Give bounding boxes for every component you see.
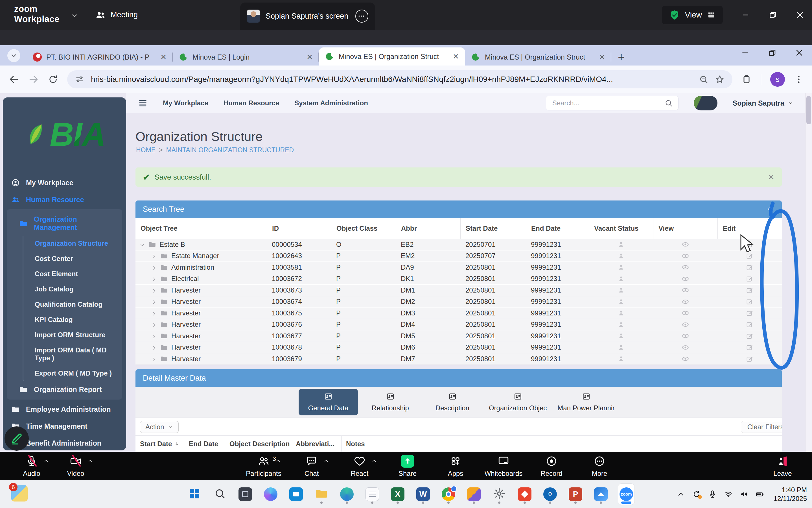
bookmark-star-icon[interactable] [715, 75, 724, 84]
taskbar-icon-dev-tools[interactable] [466, 484, 482, 505]
taskbar-icon-file-explorer[interactable] [313, 484, 330, 505]
taskbar-icon-outlook[interactable]: O [542, 484, 558, 505]
forward-button[interactable] [28, 74, 39, 85]
tab-close-icon[interactable]: ✕ [599, 53, 605, 61]
sidebar-item-qualification-catalog[interactable]: Qualification Catalog [24, 297, 122, 312]
column-header-object-class[interactable]: Object Class [331, 218, 396, 239]
toolbar-record-button[interactable]: Record [530, 452, 574, 480]
zoom-minimize-button[interactable] [741, 11, 750, 19]
tree-toggle[interactable] [151, 276, 157, 282]
browser-close-button[interactable] [795, 49, 804, 58]
tab-close-icon[interactable]: ✕ [453, 52, 459, 61]
browser-tab[interactable]: Minova ES | Login✕ [173, 49, 319, 66]
tree-toggle[interactable] [151, 265, 157, 270]
toolbar-audio-button[interactable]: Audio [10, 452, 54, 480]
workspace-chevron-icon[interactable] [71, 12, 79, 21]
taskbar-icon-excel[interactable]: X [390, 484, 406, 505]
share-tab-more-icon[interactable] [355, 10, 368, 23]
object-tree-cell[interactable]: Harvester [135, 298, 267, 305]
sidebar-item-cost-center[interactable]: Cost Center [24, 251, 122, 266]
view-button[interactable] [682, 344, 689, 351]
object-tree-cell[interactable]: Estate Manager [135, 252, 267, 260]
view-button[interactable] [682, 263, 689, 271]
tree-row-harvester-10003676[interactable]: Harvester10003676PDM42025080199991231 [135, 319, 782, 330]
object-tree-cell[interactable]: Harvester [135, 309, 267, 317]
detail-tab-general-data[interactable]: General Data [299, 389, 358, 415]
taskbar-icon-notepad[interactable] [364, 484, 380, 505]
detail-tab-organization-objec[interactable]: Organization Objec [485, 389, 551, 415]
sidebar-item-employee-administration[interactable]: Employee Administration [3, 401, 126, 418]
volume-icon[interactable] [740, 490, 748, 498]
taskbar-icon-start[interactable] [186, 484, 202, 505]
view-button[interactable] [682, 309, 689, 317]
mic-in-use-icon[interactable] [708, 490, 717, 498]
tray-chevron-icon[interactable] [677, 490, 685, 498]
detail-column-end-date[interactable]: End Date [184, 436, 225, 452]
tree-toggle[interactable] [151, 344, 157, 350]
tree-row-harvester-10003673[interactable]: Harvester10003673PDM12025080199991231 [135, 284, 782, 296]
view-button[interactable] [682, 355, 689, 363]
toolbar-video-button[interactable]: Video [54, 452, 98, 480]
back-button[interactable] [8, 74, 19, 85]
view-button[interactable] [682, 252, 689, 260]
view-button[interactable] [682, 275, 689, 283]
new-tab-button[interactable]: + [611, 49, 631, 66]
view-button[interactable] [682, 241, 689, 248]
sidebar-item-kpi-catalog[interactable]: KPI Catalog [24, 312, 122, 327]
taskbar-icon-copilot[interactable] [263, 484, 279, 505]
collapse-panel-icon[interactable] [766, 204, 774, 215]
toolbar-more-button[interactable]: More [578, 452, 622, 480]
column-header-id[interactable]: ID [267, 218, 331, 239]
edit-button[interactable] [746, 332, 753, 340]
tree-toggle[interactable] [151, 356, 157, 362]
sidebar-item-my-workplace[interactable]: My Workplace [3, 174, 126, 191]
toolbar-participants-button[interactable]: 3Participants [241, 452, 286, 480]
taskbar-icon-app-red[interactable] [516, 484, 533, 505]
taskbar-icon-powerpoint[interactable]: P [567, 484, 584, 505]
view-button[interactable] [682, 298, 689, 305]
tab-meeting[interactable]: Meeting [95, 0, 138, 30]
widgets-button[interactable]: 6 [11, 485, 28, 502]
tree-toggle[interactable] [151, 322, 157, 327]
column-header-end-date[interactable]: End Date [526, 218, 589, 239]
tab-screen-share[interactable]: Sopian Saputra's screen [240, 3, 375, 30]
nav-item-human-resource[interactable]: Human Resource [224, 99, 279, 107]
tree-row-electrical-10003672[interactable]: Electrical10003672PDK12025080199991231 [135, 273, 782, 285]
edit-button[interactable] [746, 344, 753, 351]
edit-button[interactable] [746, 309, 753, 317]
tree-row-harvester-10003674[interactable]: Harvester10003674PDM22025080199991231 [135, 296, 782, 307]
taskbar-icon-edge[interactable] [339, 484, 355, 505]
detail-tab-relationship[interactable]: Relationship [361, 389, 420, 415]
clear-filters-button[interactable]: Clear Filters [741, 421, 782, 433]
breadcrumb-current-link[interactable]: MAINTAIN ORGANIZATION STRUCTURED [166, 146, 294, 154]
taskbar-icon-word[interactable]: W [415, 484, 431, 505]
edit-button[interactable] [746, 287, 753, 294]
sidebar-item-organization-report[interactable]: Organization Report [7, 381, 122, 398]
taskbar-icon-photos[interactable] [593, 484, 609, 505]
browser-tab[interactable]: PT. BIO INTI AGRINDO (BIA) - P✕ [27, 49, 173, 66]
tree-toggle[interactable] [151, 253, 157, 259]
taskbar-icon-chrome[interactable] [440, 484, 457, 505]
zoom-restore-button[interactable] [769, 11, 777, 19]
edit-button[interactable] [746, 355, 753, 363]
view-button[interactable] [682, 321, 689, 328]
tab-search-chevron-icon[interactable] [7, 49, 20, 62]
browser-minimize-button[interactable] [741, 49, 749, 58]
search-icon[interactable] [665, 99, 673, 107]
taskbar-icon-store[interactable] [288, 484, 304, 505]
sidebar-item-export-orm-md-type[interactable]: Export ORM ( MD Type ) [24, 366, 122, 381]
object-tree-cell[interactable]: Estate B [135, 241, 267, 249]
browser-tab[interactable]: Minova ES | Organization Struct✕ [319, 47, 465, 66]
search-input[interactable] [552, 99, 661, 107]
object-tree-cell[interactable]: Harvester [135, 355, 267, 363]
tree-row-harvester-10003679[interactable]: Harvester10003679PDM72025080199991231 [135, 353, 782, 365]
tree-row-harvester-10003675[interactable]: Harvester10003675PDM32025080199991231 [135, 307, 782, 319]
action-button[interactable]: Action [140, 421, 179, 433]
edit-button[interactable] [746, 264, 753, 271]
url-text[interactable]: hris-bia.minovaiscloud.com/Page/manageor… [91, 75, 692, 84]
address-bar[interactable]: hris-bia.minovaiscloud.com/Page/manageor… [67, 70, 732, 88]
object-tree-cell[interactable]: Harvester [135, 321, 267, 328]
column-header-abbr[interactable]: Abbr [396, 218, 460, 239]
tree-row-harvester-10003677[interactable]: Harvester10003677PDM52025080199991231 [135, 330, 782, 342]
detail-tab-description[interactable]: Description [423, 389, 482, 415]
